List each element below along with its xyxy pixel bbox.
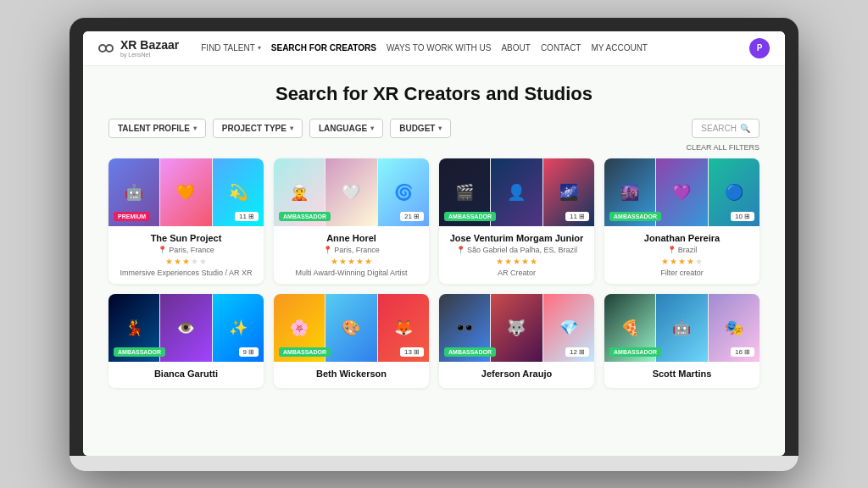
location-icon: 📍: [158, 246, 167, 254]
creator-badge: AMBASSADOR: [114, 347, 165, 357]
search-box[interactable]: SEARCH 🔍: [692, 119, 760, 138]
logo-icon: [98, 42, 117, 54]
grid-icon: ⊞: [248, 348, 254, 356]
card-image-2: 👤: [491, 158, 542, 226]
nav-my-account[interactable]: MY ACCOUNT: [591, 43, 648, 53]
card-image-2: 🤍: [326, 158, 376, 226]
card-image-2: 👁️: [160, 294, 211, 362]
creator-description: Multi Award-Winning Digital Artist: [281, 269, 422, 277]
star-icon: ★: [530, 257, 537, 266]
creator-description: Filter creator: [611, 269, 753, 277]
creator-card[interactable]: 🌆 💜 🔵 AMBASSADOR 10 ⊞ Jonathan Pereira 📍…: [604, 158, 760, 284]
creator-card[interactable]: 🤖 🧡 💫 PREMIUM 11 ⊞ The Sun Project 📍Pari…: [108, 158, 264, 284]
image-placeholder: 🤖: [656, 294, 707, 362]
creator-location: 📍São Gabriel da Palha, ES, Brazil: [446, 246, 587, 254]
chevron-down-icon: ▾: [258, 44, 261, 52]
creator-card[interactable]: 🌸 🎨 🦊 AMBASSADOR 13 ⊞ Beth Wickerson: [274, 294, 429, 388]
account-avatar[interactable]: P: [749, 38, 770, 58]
star-icon: ★: [182, 257, 190, 266]
card-count: 10 ⊞: [731, 212, 754, 221]
star-icon: ★: [174, 257, 181, 266]
star-icon: ★: [339, 257, 347, 266]
creator-grid: 🤖 🧡 💫 PREMIUM 11 ⊞ The Sun Project 📍Pari…: [108, 158, 760, 388]
filter-project-type[interactable]: PROJECT TYPE ▾: [213, 119, 303, 138]
nav-ways-to-work[interactable]: WAYS TO WORK WITH US: [387, 43, 492, 53]
creator-name: Anne Horel: [281, 233, 422, 243]
card-images: 🍕 🤖 🎭 AMBASSADOR 16 ⊞: [604, 294, 760, 362]
grid-icon: ⊞: [579, 348, 585, 356]
card-body: Anne Horel 📍Paris, France ★★★★★ Multi Aw…: [274, 226, 429, 284]
count-number: 11: [570, 213, 577, 220]
creator-badge: AMBASSADOR: [609, 212, 661, 221]
star-rating: ★★★★★: [446, 257, 587, 266]
creator-location: 📍Brazil: [611, 246, 753, 254]
star-rating: ★★★★★: [281, 257, 422, 266]
grid-icon: ⊞: [744, 213, 750, 220]
image-placeholder: 💜: [656, 158, 707, 226]
card-body: Jose Venturim Morgam Junior 📍São Gabriel…: [439, 226, 594, 284]
creator-card[interactable]: 🎬 👤 🌌 AMBASSADOR 11 ⊞ Jose Venturim Morg…: [439, 158, 594, 284]
search-icon: 🔍: [740, 124, 750, 133]
card-body: Scott Martins: [604, 362, 760, 388]
card-count: 13 ⊞: [400, 347, 424, 357]
clear-filters-button[interactable]: CLEAR ALL FILTERS: [108, 143, 760, 152]
creator-name: Scott Martins: [611, 369, 753, 379]
star-icon: ★: [504, 257, 512, 266]
location-icon: 📍: [323, 246, 332, 254]
location-icon: 📍: [667, 246, 676, 254]
grid-icon: ⊞: [744, 348, 750, 356]
card-images: 🌆 💜 🔵 AMBASSADOR 10 ⊞: [604, 158, 760, 226]
card-images: 🌸 🎨 🦊 AMBASSADOR 13 ⊞: [274, 294, 429, 362]
card-count: 12 ⊞: [565, 347, 589, 357]
star-icon: ★: [356, 257, 364, 266]
grid-icon: ⊞: [414, 348, 420, 356]
filter-budget[interactable]: BUDGET ▾: [390, 119, 451, 138]
filter-language[interactable]: LANGUAGE ▾: [309, 119, 383, 138]
creator-name: Beth Wickerson: [281, 369, 422, 379]
creator-location: 📍Paris, France: [115, 246, 257, 254]
count-number: 11: [239, 213, 247, 220]
star-rating: ★★★★★: [611, 257, 753, 266]
count-number: 16: [735, 348, 743, 356]
filter-bar: TALENT PROFILE ▾ PROJECT TYPE ▾ LANGUAGE…: [108, 119, 760, 138]
count-number: 13: [404, 348, 412, 356]
laptop-frame: XR Bazaar by LensNet FIND TALENT ▾ SEARC…: [70, 18, 798, 471]
card-body: Jonathan Pereira 📍Brazil ★★★★★ Filter cr…: [604, 226, 760, 284]
star-icon: ★: [670, 257, 677, 266]
creator-badge: PREMIUM: [114, 212, 150, 221]
grid-icon: ⊞: [414, 213, 420, 220]
card-body: Jeferson Araujo: [439, 362, 594, 388]
star-icon: ★: [513, 257, 520, 266]
card-body: Bianca Garutti: [108, 362, 264, 388]
grid-icon: ⊞: [248, 213, 254, 220]
nav-search-creators[interactable]: SEARCH FOR CREATORS: [271, 43, 376, 53]
nav-find-talent[interactable]: FIND TALENT ▾: [201, 43, 261, 53]
creator-card[interactable]: 🍕 🤖 🎭 AMBASSADOR 16 ⊞ Scott Martins: [604, 294, 760, 388]
card-image-2: 🐺: [491, 294, 542, 362]
count-number: 21: [404, 213, 412, 220]
card-images: 🤖 🧡 💫 PREMIUM 11 ⊞: [108, 158, 264, 226]
count-number: 10: [735, 213, 743, 220]
image-placeholder: 👁️: [160, 294, 211, 362]
card-count: 16 ⊞: [731, 347, 754, 357]
image-placeholder: 👤: [491, 158, 542, 226]
nav-about[interactable]: ABOUT: [501, 43, 530, 53]
creator-name: The Sun Project: [115, 233, 257, 243]
creator-location: 📍Paris, France: [281, 246, 422, 254]
logo[interactable]: XR Bazaar by LensNet: [98, 38, 179, 58]
card-body: The Sun Project 📍Paris, France ★★★★★ Imm…: [108, 226, 264, 284]
creator-card[interactable]: 💃 👁️ ✨ AMBASSADOR 9 ⊞ Bianca Garutti: [108, 294, 264, 388]
nav-contact[interactable]: CONTACT: [541, 43, 581, 53]
creator-badge: AMBASSADOR: [279, 212, 331, 221]
star-icon: ★: [331, 257, 338, 266]
creator-badge: AMBASSADOR: [444, 212, 496, 221]
creator-card[interactable]: 🧝 🤍 🌀 AMBASSADOR 21 ⊞ Anne Horel 📍Paris,…: [274, 158, 429, 284]
image-placeholder: 🤍: [326, 158, 376, 226]
star-icon: ★: [678, 257, 686, 266]
chevron-down-icon: ▾: [370, 125, 374, 132]
card-images: 🧝 🤍 🌀 AMBASSADOR 21 ⊞: [274, 158, 429, 226]
creator-card[interactable]: 🕶️ 🐺 💎 AMBASSADOR 12 ⊞ Jeferson Araujo: [439, 294, 594, 388]
filter-talent-profile[interactable]: TALENT PROFILE ▾: [108, 119, 206, 138]
star-icon: ★: [521, 257, 529, 266]
card-image-2: 🤖: [656, 294, 707, 362]
